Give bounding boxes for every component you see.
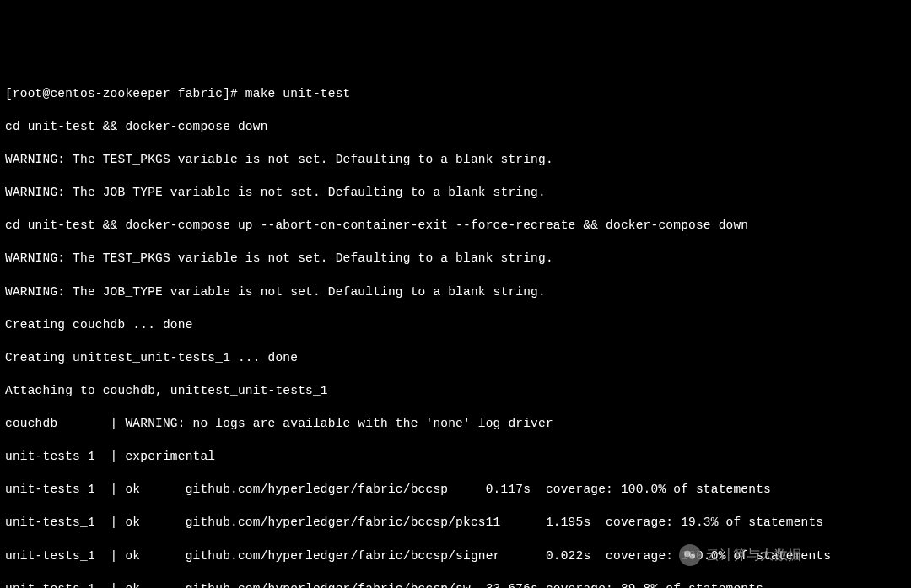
output-line: WARNING: The JOB_TYPE variable is not se… (5, 185, 906, 202)
output-line: cd unit-test && docker-compose up --abor… (5, 218, 906, 235)
output-line: cd unit-test && docker-compose down (5, 119, 906, 136)
output-line: unit-tests_1 | experimental (5, 449, 906, 466)
output-line: Attaching to couchdb, unittest_unit-test… (5, 383, 906, 400)
output-line: unit-tests_1 | ok github.com/hyperledger… (5, 548, 906, 565)
output-line: Creating couchdb ... done (5, 317, 906, 334)
output-line: unit-tests_1 | ok github.com/hyperledger… (5, 482, 906, 499)
output-line: unit-tests_1 | ok github.com/hyperledger… (5, 581, 906, 588)
output-line: WARNING: The TEST_PKGS variable is not s… (5, 251, 906, 267)
output-line: couchdb | WARNING: no logs are available… (5, 416, 906, 433)
output-line: WARNING: The TEST_PKGS variable is not s… (5, 152, 906, 169)
output-line: unit-tests_1 | ok github.com/hyperledger… (5, 515, 906, 531)
output-line: WARNING: The JOB_TYPE variable is not se… (5, 284, 906, 301)
output-line: Creating unittest_unit-tests_1 ... done (5, 350, 906, 367)
terminal-output[interactable]: [root@centos-zookeeper fabric]# make uni… (5, 69, 906, 588)
prompt-line: [root@centos-zookeeper fabric]# make uni… (5, 86, 906, 103)
